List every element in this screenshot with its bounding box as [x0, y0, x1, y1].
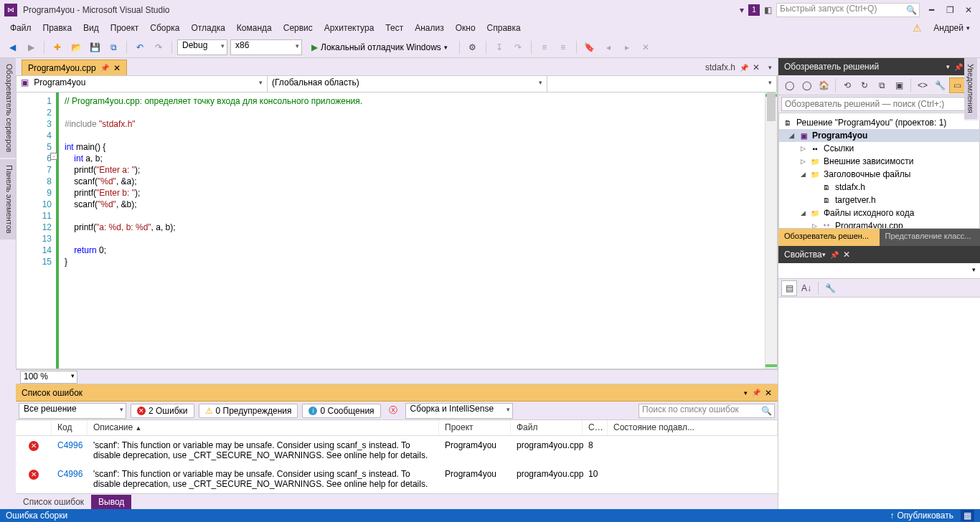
menu-Отладка[interactable]: Отладка: [185, 21, 230, 35]
tree-headers[interactable]: ◢📁Заголовочные файлы: [779, 168, 979, 181]
tree-file[interactable]: 🗎targetver.h: [779, 194, 979, 207]
menu-Сервис[interactable]: Сервис: [278, 21, 319, 35]
tab-output[interactable]: Вывод: [91, 495, 131, 509]
zoom-combo[interactable]: 100 %: [20, 371, 77, 384]
pin-icon[interactable]: 📌: [830, 251, 839, 259]
pin-icon[interactable]: 📌: [100, 64, 109, 72]
col-proj[interactable]: Проект: [439, 420, 511, 435]
tree-external[interactable]: ▷📁Внешние зависимости: [779, 155, 979, 168]
member-combo[interactable]: [547, 76, 777, 92]
col-file[interactable]: Файл: [511, 420, 583, 435]
expand-icon[interactable]: ◢: [789, 132, 798, 139]
tab-program4you[interactable]: Program4you.cpp 📌 ✕: [22, 60, 127, 75]
chevron-down-icon[interactable]: ▾: [946, 63, 950, 70]
clear-bookmarks-button[interactable]: ✕: [638, 39, 654, 55]
publish-icon[interactable]: ↑: [890, 511, 895, 521]
save-button[interactable]: 💾: [87, 39, 103, 55]
menu-Команда[interactable]: Команда: [231, 21, 278, 35]
chevron-down-icon[interactable]: ▾: [744, 389, 748, 397]
quick-launch-input[interactable]: Быстрый запуск (Ctrl+Q) 🔍: [776, 3, 920, 17]
categorized-button[interactable]: ▤: [781, 280, 797, 296]
new-project-button[interactable]: ✚: [50, 39, 65, 55]
solution-search-input[interactable]: [781, 97, 977, 111]
warning-icon[interactable]: ⚠: [913, 22, 922, 34]
close-tab-icon[interactable]: ✕: [113, 63, 121, 73]
tree-sources[interactable]: ◢📁Файлы исходного кода: [779, 207, 979, 219]
menu-Анализ[interactable]: Анализ: [409, 21, 450, 35]
properties-object-combo[interactable]: [778, 263, 980, 279]
error-row[interactable]: ✕C4996'scanf': This function or variable…: [16, 436, 778, 465]
code-area[interactable]: // Program4you.cpp: определяет точку вхо…: [56, 92, 765, 369]
platform-combo[interactable]: x86: [230, 39, 302, 55]
step-button[interactable]: ↧: [491, 39, 507, 55]
save-all-button[interactable]: ⧉: [105, 39, 121, 55]
menu-Окно[interactable]: Окно: [450, 21, 481, 35]
publish-button[interactable]: Опубликовать: [897, 511, 953, 521]
expand-icon[interactable]: ▷: [801, 158, 809, 165]
col-code[interactable]: Код: [52, 420, 88, 435]
collapse-button[interactable]: ⧉: [874, 77, 890, 93]
tree-solution-root[interactable]: 🗎Решение "Program4you" (проектов: 1): [779, 116, 979, 129]
menu-Вид[interactable]: Вид: [77, 21, 105, 35]
nav-back-button[interactable]: ◀: [4, 39, 20, 55]
pin-icon[interactable]: 📌: [954, 63, 963, 71]
col-desc[interactable]: Описание ▲: [88, 420, 439, 435]
tree-project[interactable]: ◢▣Program4you: [779, 129, 979, 142]
clear-filter-button[interactable]: ⓧ: [385, 403, 401, 419]
user-menu[interactable]: Андрей ▾: [928, 23, 976, 33]
prev-bookmark-button[interactable]: ◂: [600, 39, 616, 55]
chevron-down-icon[interactable]: ▾: [822, 251, 826, 258]
menu-Справка[interactable]: Справка: [481, 21, 527, 35]
expand-icon[interactable]: ▷: [812, 222, 821, 229]
tree-file[interactable]: ▷⁺⁺Program4you.cpp: [779, 219, 979, 229]
outdent-button[interactable]: ≡: [555, 39, 571, 55]
show-all-button[interactable]: ▣: [891, 77, 907, 93]
code-editor[interactable]: 123456789101112131415 // Program4you.cpp…: [16, 92, 778, 369]
toolbox-tab[interactable]: Панель элементов: [0, 159, 16, 239]
menu-Проект[interactable]: Проект: [105, 21, 145, 35]
maximize-button[interactable]: ❐: [943, 3, 957, 17]
tab-error-list[interactable]: Список ошибок: [16, 495, 91, 509]
step-over-button[interactable]: ↷: [510, 39, 526, 55]
close-icon[interactable]: ✕: [843, 250, 850, 260]
status-corner-icon[interactable]: ▦: [961, 510, 974, 521]
tab-solution-explorer[interactable]: Обозреватель решен...: [778, 229, 880, 246]
error-code-link[interactable]: C4996: [57, 440, 83, 450]
minimize-button[interactable]: ━: [924, 3, 938, 17]
tab-stdafx[interactable]: stdafx.h 📌 ✕ ▾: [699, 60, 778, 75]
undo-button[interactable]: ↶: [132, 39, 148, 55]
scope-combo[interactable]: Все решение: [19, 403, 126, 419]
solution-explorer-header[interactable]: Обозреватель решений ▾ 📌 ✕: [778, 58, 980, 75]
close-button[interactable]: ✕: [961, 3, 976, 17]
pin-icon[interactable]: 📌: [740, 64, 748, 72]
col-line[interactable]: Ст...: [583, 420, 608, 435]
close-icon[interactable]: ✕: [765, 388, 772, 398]
scrollbar-thumb[interactable]: [767, 92, 776, 121]
start-debug-button[interactable]: ▶ Локальный отладчик Windows ▾: [305, 39, 454, 55]
menu-Файл[interactable]: Файл: [4, 21, 37, 35]
tab-class-view[interactable]: Представление класс...: [880, 229, 981, 246]
chevron-down-icon[interactable]: ▾: [768, 64, 772, 71]
preview-button[interactable]: ▭: [949, 77, 965, 93]
errors-filter[interactable]: ✕2 Ошибки: [131, 404, 194, 418]
error-search-input[interactable]: Поиск по списку ошибок 🔍: [639, 404, 775, 418]
scope-combo[interactable]: ▣ Program4you: [17, 76, 268, 92]
menu-Тест[interactable]: Тест: [380, 21, 409, 35]
warnings-filter[interactable]: ⚠0 Предупреждения: [199, 404, 298, 418]
property-pages-button[interactable]: 🔧: [822, 280, 838, 296]
sync-button[interactable]: ⟲: [839, 77, 855, 93]
collapse-icon[interactable]: ◢: [801, 209, 809, 217]
fwd-button[interactable]: ◯: [798, 77, 814, 93]
error-list-header[interactable]: Список ошибок ▾ 📌 ✕: [16, 384, 778, 402]
server-explorer-tab[interactable]: Обозреватель серверов: [0, 58, 16, 158]
feedback-icon[interactable]: ◧: [764, 5, 772, 15]
properties-header[interactable]: Свойства ▾ 📌 ✕: [778, 246, 980, 263]
type-combo[interactable]: (Глобальная область): [268, 76, 547, 92]
tree-file[interactable]: 🗎stdafx.h: [779, 181, 979, 194]
home-button[interactable]: 🏠: [816, 77, 831, 93]
indent-button[interactable]: ≡: [537, 39, 552, 55]
open-button[interactable]: 📂: [68, 39, 84, 55]
solution-tree[interactable]: 🗎Решение "Program4you" (проектов: 1) ◢▣P…: [778, 113, 980, 229]
collapse-icon[interactable]: ◢: [801, 171, 809, 178]
col-supp[interactable]: Состояние подавл...: [608, 420, 778, 435]
